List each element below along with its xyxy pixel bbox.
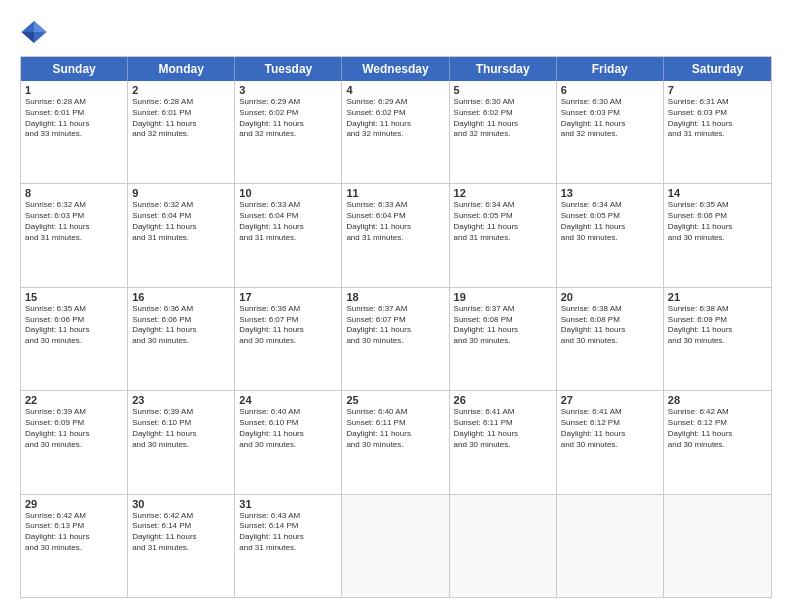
cell-details: Sunrise: 6:43 AMSunset: 6:14 PMDaylight:…: [239, 511, 337, 554]
day-number: 11: [346, 187, 444, 199]
weekday-header: Thursday: [450, 57, 557, 81]
calendar-header: SundayMondayTuesdayWednesdayThursdayFrid…: [21, 57, 771, 81]
day-number: 1: [25, 84, 123, 96]
calendar-cell: 2Sunrise: 6:28 AMSunset: 6:01 PMDaylight…: [128, 81, 235, 183]
day-number: 12: [454, 187, 552, 199]
calendar-cell: 24Sunrise: 6:40 AMSunset: 6:10 PMDayligh…: [235, 391, 342, 493]
calendar-cell: 12Sunrise: 6:34 AMSunset: 6:05 PMDayligh…: [450, 184, 557, 286]
day-number: 7: [668, 84, 767, 96]
calendar-cell: 11Sunrise: 6:33 AMSunset: 6:04 PMDayligh…: [342, 184, 449, 286]
cell-details: Sunrise: 6:30 AMSunset: 6:02 PMDaylight:…: [454, 97, 552, 140]
calendar-cell: 17Sunrise: 6:36 AMSunset: 6:07 PMDayligh…: [235, 288, 342, 390]
calendar-cell: 31Sunrise: 6:43 AMSunset: 6:14 PMDayligh…: [235, 495, 342, 597]
weekday-header: Monday: [128, 57, 235, 81]
day-number: 8: [25, 187, 123, 199]
calendar-cell: 8Sunrise: 6:32 AMSunset: 6:03 PMDaylight…: [21, 184, 128, 286]
day-number: 22: [25, 394, 123, 406]
cell-details: Sunrise: 6:38 AMSunset: 6:09 PMDaylight:…: [668, 304, 767, 347]
weekday-header: Saturday: [664, 57, 771, 81]
day-number: 3: [239, 84, 337, 96]
calendar-cell: 10Sunrise: 6:33 AMSunset: 6:04 PMDayligh…: [235, 184, 342, 286]
day-number: 20: [561, 291, 659, 303]
calendar-cell: 21Sunrise: 6:38 AMSunset: 6:09 PMDayligh…: [664, 288, 771, 390]
cell-details: Sunrise: 6:30 AMSunset: 6:03 PMDaylight:…: [561, 97, 659, 140]
calendar-cell: 18Sunrise: 6:37 AMSunset: 6:07 PMDayligh…: [342, 288, 449, 390]
day-number: 28: [668, 394, 767, 406]
weekday-header: Tuesday: [235, 57, 342, 81]
calendar-cell: 16Sunrise: 6:36 AMSunset: 6:06 PMDayligh…: [128, 288, 235, 390]
cell-details: Sunrise: 6:42 AMSunset: 6:13 PMDaylight:…: [25, 511, 123, 554]
calendar-cell: 27Sunrise: 6:41 AMSunset: 6:12 PMDayligh…: [557, 391, 664, 493]
cell-details: Sunrise: 6:37 AMSunset: 6:08 PMDaylight:…: [454, 304, 552, 347]
cell-details: Sunrise: 6:29 AMSunset: 6:02 PMDaylight:…: [346, 97, 444, 140]
cell-details: Sunrise: 6:28 AMSunset: 6:01 PMDaylight:…: [25, 97, 123, 140]
cell-details: Sunrise: 6:41 AMSunset: 6:12 PMDaylight:…: [561, 407, 659, 450]
calendar-cell: [342, 495, 449, 597]
svg-marker-1: [34, 21, 46, 32]
cell-details: Sunrise: 6:33 AMSunset: 6:04 PMDaylight:…: [346, 200, 444, 243]
day-number: 14: [668, 187, 767, 199]
day-number: 5: [454, 84, 552, 96]
cell-details: Sunrise: 6:39 AMSunset: 6:10 PMDaylight:…: [132, 407, 230, 450]
cell-details: Sunrise: 6:36 AMSunset: 6:06 PMDaylight:…: [132, 304, 230, 347]
header: [20, 18, 772, 46]
calendar-cell: 3Sunrise: 6:29 AMSunset: 6:02 PMDaylight…: [235, 81, 342, 183]
day-number: 4: [346, 84, 444, 96]
logo-icon: [20, 18, 48, 46]
cell-details: Sunrise: 6:42 AMSunset: 6:12 PMDaylight:…: [668, 407, 767, 450]
day-number: 26: [454, 394, 552, 406]
page: SundayMondayTuesdayWednesdayThursdayFrid…: [0, 0, 792, 612]
calendar-cell: 6Sunrise: 6:30 AMSunset: 6:03 PMDaylight…: [557, 81, 664, 183]
cell-details: Sunrise: 6:38 AMSunset: 6:08 PMDaylight:…: [561, 304, 659, 347]
day-number: 18: [346, 291, 444, 303]
calendar-body: 1Sunrise: 6:28 AMSunset: 6:01 PMDaylight…: [21, 81, 771, 597]
day-number: 27: [561, 394, 659, 406]
cell-details: Sunrise: 6:37 AMSunset: 6:07 PMDaylight:…: [346, 304, 444, 347]
cell-details: Sunrise: 6:40 AMSunset: 6:10 PMDaylight:…: [239, 407, 337, 450]
calendar-row: 22Sunrise: 6:39 AMSunset: 6:09 PMDayligh…: [21, 391, 771, 494]
calendar-row: 1Sunrise: 6:28 AMSunset: 6:01 PMDaylight…: [21, 81, 771, 184]
calendar-cell: 5Sunrise: 6:30 AMSunset: 6:02 PMDaylight…: [450, 81, 557, 183]
cell-details: Sunrise: 6:31 AMSunset: 6:03 PMDaylight:…: [668, 97, 767, 140]
cell-details: Sunrise: 6:41 AMSunset: 6:11 PMDaylight:…: [454, 407, 552, 450]
day-number: 2: [132, 84, 230, 96]
calendar-row: 8Sunrise: 6:32 AMSunset: 6:03 PMDaylight…: [21, 184, 771, 287]
calendar-cell: 19Sunrise: 6:37 AMSunset: 6:08 PMDayligh…: [450, 288, 557, 390]
calendar-cell: 30Sunrise: 6:42 AMSunset: 6:14 PMDayligh…: [128, 495, 235, 597]
cell-details: Sunrise: 6:29 AMSunset: 6:02 PMDaylight:…: [239, 97, 337, 140]
day-number: 23: [132, 394, 230, 406]
calendar-cell: 28Sunrise: 6:42 AMSunset: 6:12 PMDayligh…: [664, 391, 771, 493]
calendar-cell: 22Sunrise: 6:39 AMSunset: 6:09 PMDayligh…: [21, 391, 128, 493]
calendar-row: 15Sunrise: 6:35 AMSunset: 6:06 PMDayligh…: [21, 288, 771, 391]
day-number: 24: [239, 394, 337, 406]
day-number: 15: [25, 291, 123, 303]
day-number: 17: [239, 291, 337, 303]
day-number: 16: [132, 291, 230, 303]
cell-details: Sunrise: 6:33 AMSunset: 6:04 PMDaylight:…: [239, 200, 337, 243]
logo: [20, 18, 52, 46]
day-number: 10: [239, 187, 337, 199]
day-number: 25: [346, 394, 444, 406]
calendar: SundayMondayTuesdayWednesdayThursdayFrid…: [20, 56, 772, 598]
calendar-cell: 15Sunrise: 6:35 AMSunset: 6:06 PMDayligh…: [21, 288, 128, 390]
cell-details: Sunrise: 6:36 AMSunset: 6:07 PMDaylight:…: [239, 304, 337, 347]
cell-details: Sunrise: 6:39 AMSunset: 6:09 PMDaylight:…: [25, 407, 123, 450]
cell-details: Sunrise: 6:40 AMSunset: 6:11 PMDaylight:…: [346, 407, 444, 450]
weekday-header: Sunday: [21, 57, 128, 81]
calendar-row: 29Sunrise: 6:42 AMSunset: 6:13 PMDayligh…: [21, 495, 771, 597]
calendar-cell: 13Sunrise: 6:34 AMSunset: 6:05 PMDayligh…: [557, 184, 664, 286]
calendar-cell: [664, 495, 771, 597]
calendar-cell: [450, 495, 557, 597]
day-number: 31: [239, 498, 337, 510]
weekday-header: Wednesday: [342, 57, 449, 81]
day-number: 6: [561, 84, 659, 96]
day-number: 30: [132, 498, 230, 510]
svg-marker-2: [22, 32, 34, 43]
day-number: 13: [561, 187, 659, 199]
day-number: 21: [668, 291, 767, 303]
day-number: 9: [132, 187, 230, 199]
calendar-cell: 25Sunrise: 6:40 AMSunset: 6:11 PMDayligh…: [342, 391, 449, 493]
calendar-cell: 1Sunrise: 6:28 AMSunset: 6:01 PMDaylight…: [21, 81, 128, 183]
cell-details: Sunrise: 6:32 AMSunset: 6:04 PMDaylight:…: [132, 200, 230, 243]
calendar-cell: 29Sunrise: 6:42 AMSunset: 6:13 PMDayligh…: [21, 495, 128, 597]
